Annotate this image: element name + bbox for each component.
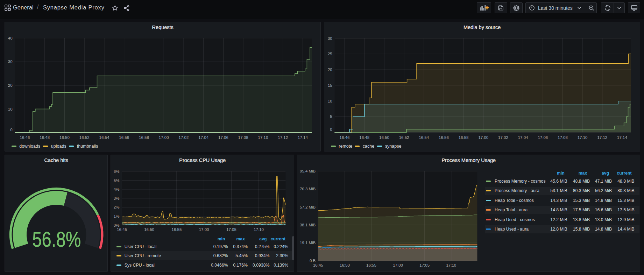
svg-text:57.2 MiB: 57.2 MiB (300, 205, 316, 209)
svg-text:20: 20 (8, 83, 13, 87)
svg-text:0 B: 0 B (310, 259, 316, 263)
svg-text:16:54: 16:54 (419, 135, 429, 140)
svg-text:5: 5 (330, 114, 332, 119)
svg-text:16:55: 16:55 (172, 227, 182, 232)
svg-text:17:00: 17:00 (393, 263, 403, 267)
svg-text:16:46: 16:46 (20, 135, 30, 140)
svg-text:4%: 4% (114, 187, 120, 191)
svg-text:30: 30 (8, 59, 13, 64)
svg-text:16:50: 16:50 (144, 227, 154, 232)
svg-text:17:08: 17:08 (238, 135, 248, 140)
svg-text:17:10: 17:10 (254, 227, 264, 232)
svg-text:15: 15 (328, 83, 332, 87)
svg-text:1%: 1% (114, 214, 120, 218)
svg-text:16:50: 16:50 (59, 135, 70, 140)
svg-text:17:14: 17:14 (617, 135, 627, 140)
svg-text:6%: 6% (114, 169, 120, 174)
svg-text:16:54: 16:54 (99, 135, 109, 140)
svg-text:76.3 MiB: 76.3 MiB (300, 187, 316, 191)
svg-text:17:02: 17:02 (179, 135, 189, 140)
svg-text:38.1 MiB: 38.1 MiB (300, 223, 316, 227)
svg-text:17:10: 17:10 (258, 135, 268, 140)
svg-text:0: 0 (10, 128, 12, 132)
svg-text:17:14: 17:14 (298, 135, 308, 140)
svg-text:0: 0 (330, 127, 332, 132)
svg-text:16:56: 16:56 (439, 135, 449, 140)
svg-text:16:55: 16:55 (366, 263, 376, 267)
svg-text:16:58: 16:58 (139, 135, 149, 140)
svg-text:16:52: 16:52 (399, 135, 409, 140)
svg-text:16:45: 16:45 (313, 263, 323, 267)
svg-text:16:45: 16:45 (117, 227, 127, 232)
svg-text:17:00: 17:00 (199, 227, 209, 232)
svg-text:17:10: 17:10 (578, 135, 588, 140)
svg-text:16:48: 16:48 (359, 135, 369, 140)
svg-text:17:02: 17:02 (498, 135, 508, 140)
svg-text:16:52: 16:52 (79, 135, 90, 140)
svg-text:17:04: 17:04 (198, 135, 208, 140)
svg-text:3%: 3% (114, 196, 120, 200)
svg-text:95.4 MiB: 95.4 MiB (300, 169, 316, 173)
svg-text:20: 20 (328, 68, 332, 72)
svg-text:17:05: 17:05 (226, 227, 236, 232)
svg-text:40: 40 (8, 36, 13, 40)
svg-text:17:06: 17:06 (218, 135, 228, 140)
svg-text:16:56: 16:56 (119, 135, 129, 140)
svg-text:16:50: 16:50 (379, 135, 389, 140)
svg-text:30: 30 (328, 36, 332, 41)
svg-text:16:46: 16:46 (340, 135, 350, 140)
svg-text:17:06: 17:06 (538, 135, 548, 140)
svg-text:5%: 5% (114, 178, 120, 183)
svg-text:16:50: 16:50 (340, 263, 350, 267)
svg-text:17:04: 17:04 (518, 135, 528, 140)
svg-text:17:00: 17:00 (159, 135, 169, 140)
svg-text:10: 10 (328, 99, 332, 103)
svg-text:17:00: 17:00 (478, 135, 488, 140)
svg-text:17:12: 17:12 (278, 135, 288, 140)
svg-text:17:05: 17:05 (419, 263, 430, 267)
svg-text:17:10: 17:10 (446, 263, 456, 267)
svg-text:17:08: 17:08 (558, 135, 568, 140)
svg-text:25: 25 (328, 52, 332, 56)
svg-text:19.1 MiB: 19.1 MiB (300, 241, 316, 245)
svg-text:17:12: 17:12 (597, 135, 607, 140)
svg-text:10: 10 (8, 107, 13, 111)
svg-text:2%: 2% (114, 205, 120, 209)
svg-text:16:58: 16:58 (459, 135, 469, 140)
svg-text:0%: 0% (114, 223, 120, 227)
svg-text:16:48: 16:48 (40, 135, 50, 140)
